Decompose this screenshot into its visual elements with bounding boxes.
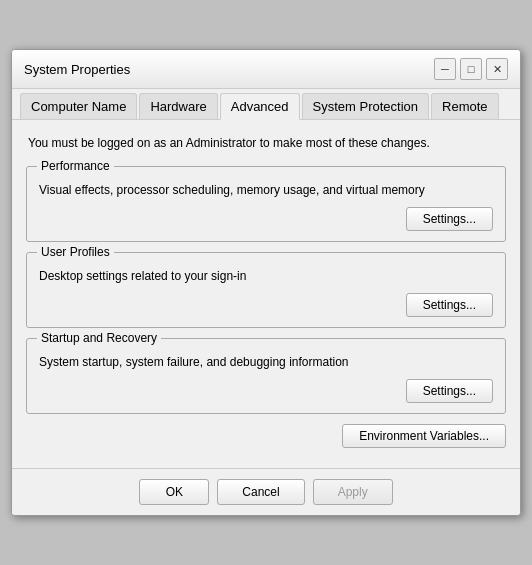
environment-variables-button[interactable]: Environment Variables... [342,424,506,448]
performance-label: Performance [37,159,114,173]
minimize-button[interactable]: ─ [434,58,456,80]
startup-recovery-btn-row: Settings... [39,379,493,403]
apply-button[interactable]: Apply [313,479,393,505]
bottom-bar: OK Cancel Apply [12,468,520,515]
warning-text: You must be logged on as an Administrato… [26,132,506,154]
ok-button[interactable]: OK [139,479,209,505]
startup-recovery-section: Startup and Recovery System startup, sys… [26,338,506,414]
title-bar: System Properties ─ □ ✕ [12,50,520,89]
tab-bar: Computer Name Hardware Advanced System P… [12,89,520,120]
window-title: System Properties [24,62,130,77]
user-profiles-btn-row: Settings... [39,293,493,317]
startup-recovery-desc: System startup, system failure, and debu… [39,355,493,369]
maximize-button[interactable]: □ [460,58,482,80]
performance-btn-row: Settings... [39,207,493,231]
system-properties-window: System Properties ─ □ ✕ Computer Name Ha… [11,49,521,516]
tab-system-protection[interactable]: System Protection [302,93,430,119]
tab-computer-name[interactable]: Computer Name [20,93,137,119]
performance-desc: Visual effects, processor scheduling, me… [39,183,493,197]
env-btn-row: Environment Variables... [26,424,506,448]
performance-section: Performance Visual effects, processor sc… [26,166,506,242]
tab-advanced[interactable]: Advanced [220,93,300,120]
tab-content: You must be logged on as an Administrato… [12,120,520,468]
performance-settings-button[interactable]: Settings... [406,207,493,231]
tab-hardware[interactable]: Hardware [139,93,217,119]
startup-recovery-label: Startup and Recovery [37,331,161,345]
user-profiles-label: User Profiles [37,245,114,259]
close-button[interactable]: ✕ [486,58,508,80]
user-profiles-settings-button[interactable]: Settings... [406,293,493,317]
title-bar-controls: ─ □ ✕ [434,58,508,80]
user-profiles-section: User Profiles Desktop settings related t… [26,252,506,328]
startup-recovery-settings-button[interactable]: Settings... [406,379,493,403]
tab-remote[interactable]: Remote [431,93,499,119]
user-profiles-desc: Desktop settings related to your sign-in [39,269,493,283]
cancel-button[interactable]: Cancel [217,479,304,505]
